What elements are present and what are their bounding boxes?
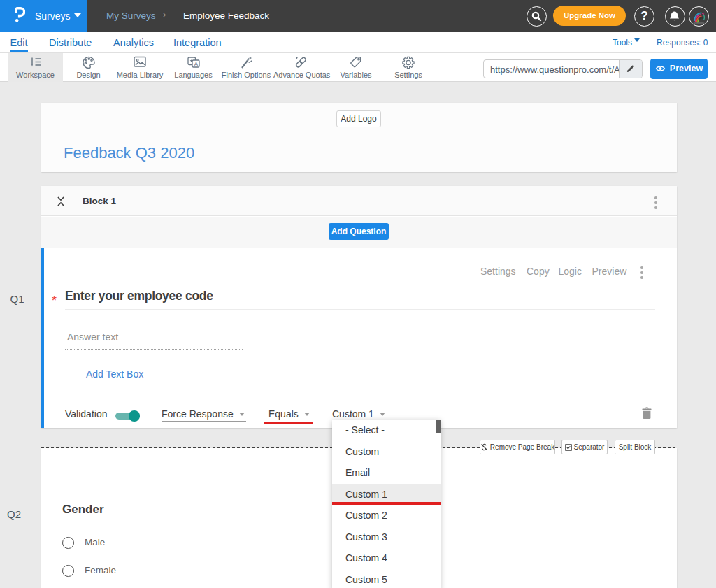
svg-text:A: A	[194, 61, 198, 67]
